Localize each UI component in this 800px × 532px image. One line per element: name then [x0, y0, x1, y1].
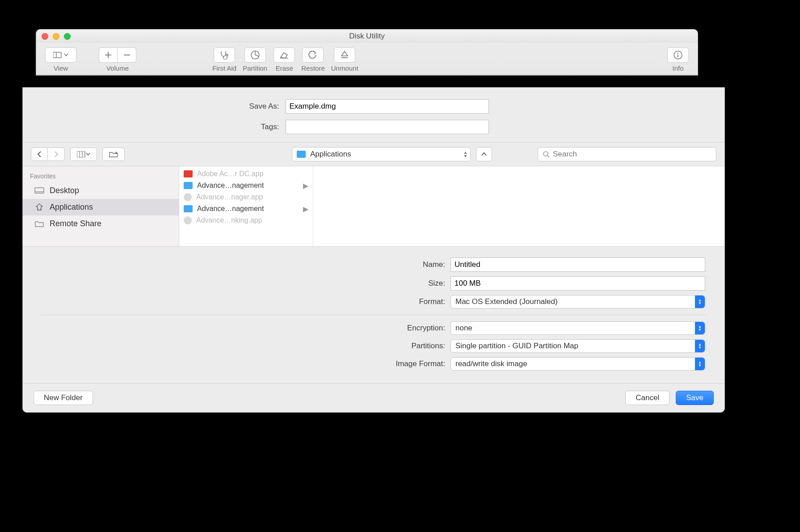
- chevron-up-icon: [481, 152, 487, 156]
- volume-label: Volume: [106, 64, 129, 72]
- stepper-icon: ▲▼: [695, 358, 705, 370]
- view-mode-button[interactable]: [70, 148, 97, 161]
- toolbar-volume-group: Volume: [99, 47, 136, 72]
- list-item-label: Advance…nagement: [197, 205, 264, 213]
- restore-button[interactable]: [302, 47, 324, 63]
- search-icon: [543, 151, 549, 158]
- forward-button[interactable]: [48, 148, 65, 161]
- stethoscope-icon: [219, 51, 229, 59]
- back-button[interactable]: [31, 148, 48, 161]
- folder-icon: [34, 220, 44, 228]
- volume-remove-button[interactable]: [118, 47, 136, 63]
- tags-label: Tags:: [65, 122, 279, 131]
- list-item[interactable]: Advance…nager.app: [179, 191, 313, 203]
- info-button[interactable]: [667, 47, 689, 63]
- format-value: Mac OS Extended (Journaled): [455, 297, 558, 306]
- eject-icon: [341, 51, 349, 59]
- unmount-button[interactable]: [334, 47, 355, 63]
- restore-icon: [308, 51, 318, 59]
- name-input[interactable]: [451, 258, 705, 272]
- image-format-label: Image Format:: [41, 359, 445, 368]
- cancel-button[interactable]: Cancel: [625, 391, 669, 405]
- svg-rect-21: [35, 188, 44, 193]
- sidebar: Favorites Desktop Applications Remote Sh…: [23, 166, 179, 246]
- list-item[interactable]: Adobe Ac…r DC.app: [179, 168, 313, 180]
- sidebar-item-applications[interactable]: Applications: [23, 199, 179, 215]
- window-title: Disk Utility: [36, 32, 698, 41]
- titlebar: Disk Utility: [36, 30, 698, 43]
- sidebar-item-remote-share[interactable]: Remote Share: [23, 215, 179, 232]
- view-label: View: [54, 64, 68, 72]
- sidebar-item-label: Applications: [50, 203, 93, 212]
- tags-input[interactable]: [286, 120, 489, 134]
- chevron-right-icon: ▶: [303, 205, 308, 213]
- format-label: Format:: [41, 297, 445, 306]
- svg-point-23: [38, 208, 38, 209]
- group-button[interactable]: [102, 148, 125, 161]
- save-button[interactable]: Save: [676, 391, 714, 405]
- applications-icon: [34, 203, 44, 212]
- file-browser: Favorites Desktop Applications Remote Sh…: [23, 166, 724, 247]
- stepper-icon: ▲▼: [695, 322, 705, 334]
- stepper-icon: ▲▼: [695, 296, 705, 308]
- svg-rect-0: [53, 52, 61, 58]
- sheet-footer: New Folder Cancel Save: [23, 383, 724, 412]
- stepper-icon: ▲▼: [463, 151, 467, 158]
- partitions-label: Partitions:: [41, 342, 445, 350]
- svg-line-8: [255, 55, 259, 56]
- chevron-right-icon: ▶: [303, 182, 308, 190]
- partition-button[interactable]: [244, 47, 266, 63]
- browser-toolbar: Applications ▲▼: [23, 143, 724, 166]
- search-input[interactable]: [553, 150, 712, 159]
- file-column: Adobe Ac…r DC.app Advance…nagement▶ Adva…: [179, 166, 313, 246]
- size-label: Size:: [41, 279, 445, 288]
- list-item-label: Advance…nking.app: [196, 216, 262, 224]
- chevron-left-icon: [37, 151, 42, 157]
- search-box[interactable]: [538, 147, 716, 161]
- list-item-label: Advance…nagement: [197, 182, 264, 190]
- svg-rect-14: [77, 151, 85, 157]
- folder-plus-icon: [109, 151, 118, 158]
- list-item[interactable]: Advance…nking.app: [179, 215, 313, 226]
- location-label: Applications: [310, 150, 351, 159]
- first-aid-button[interactable]: [214, 47, 235, 63]
- toolbar-actions: First Aid Partition Erase Restore Unmoun…: [212, 47, 358, 72]
- new-folder-button[interactable]: New Folder: [34, 391, 93, 405]
- svg-point-5: [226, 54, 228, 56]
- save-as-input[interactable]: [286, 99, 489, 114]
- location-popup[interactable]: Applications ▲▼: [292, 147, 471, 161]
- list-item[interactable]: Advance…nagement▶: [179, 180, 313, 191]
- folder-icon: [184, 182, 193, 189]
- app-icon: [184, 216, 192, 224]
- info-icon: [673, 50, 683, 60]
- erase-icon: [279, 51, 289, 59]
- divider: [41, 315, 707, 315]
- image-format-popup[interactable]: read/write disk image ▲▼: [451, 357, 705, 371]
- erase-button[interactable]: [274, 47, 295, 63]
- nav-buttons: [31, 148, 65, 161]
- pdf-icon: [184, 170, 193, 177]
- folder-icon: [297, 151, 306, 158]
- toolbar: View Volume First Aid Partition: [36, 43, 698, 75]
- restore-label: Restore: [301, 64, 325, 72]
- size-input[interactable]: [451, 276, 705, 291]
- sidebar-item-label: Remote Share: [50, 219, 101, 228]
- volume-add-button[interactable]: [99, 47, 118, 63]
- chevron-right-icon: [54, 151, 59, 157]
- view-button[interactable]: [45, 47, 76, 63]
- partition-label: Partition: [243, 64, 267, 72]
- collapse-button[interactable]: [476, 147, 492, 161]
- partitions-popup[interactable]: Single partition - GUID Partition Map ▲▼: [451, 339, 705, 353]
- svg-point-12: [678, 52, 678, 53]
- app-icon: [184, 193, 192, 201]
- unmount-label: Unmount: [331, 64, 358, 72]
- sidebar-header: Favorites: [23, 171, 179, 182]
- sidebar-item-desktop[interactable]: Desktop: [23, 182, 179, 199]
- svg-line-20: [547, 156, 549, 157]
- format-popup[interactable]: Mac OS Extended (Journaled) ▲▼: [451, 295, 705, 308]
- desktop-icon: [34, 187, 44, 194]
- encryption-popup[interactable]: none ▲▼: [451, 321, 705, 335]
- svg-point-19: [543, 152, 548, 156]
- list-item[interactable]: Advance…nagement▶: [179, 203, 313, 215]
- folder-icon: [184, 205, 193, 212]
